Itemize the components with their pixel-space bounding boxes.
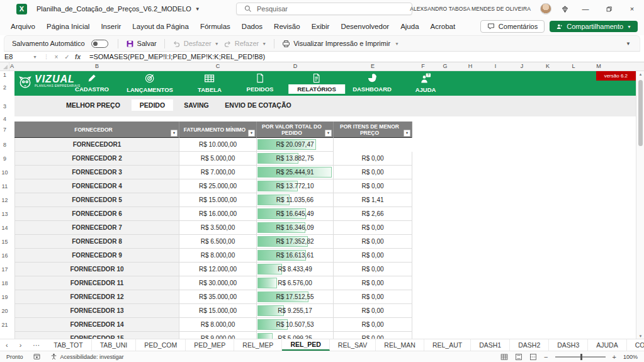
column-header-i[interactable]: I <box>495 63 497 69</box>
sheet-tab-rel-man[interactable]: REL_MAN <box>376 339 424 351</box>
cell-pedido[interactable]: R$ 16.613,61 <box>257 249 334 263</box>
cell-pedido[interactable]: R$ 11.035,66 <box>257 193 334 207</box>
menu-tab-arquivo[interactable]: Arquivo <box>5 23 41 30</box>
select-all-corner[interactable] <box>0 62 9 71</box>
cancel-formula-icon[interactable]: × <box>51 54 62 60</box>
sheet-tab-tab-uni[interactable]: TAB_UNI <box>92 339 137 351</box>
title-dropdown-icon[interactable]: ▼ <box>195 6 200 12</box>
share-button[interactable]: Compartilhamento ▼ <box>550 21 638 32</box>
column-header-j[interactable]: J <box>521 63 524 69</box>
accessibility-status[interactable]: Acessibilidade: investigar <box>50 353 124 360</box>
sheet-tab-rel-sav[interactable]: REL_SAV <box>330 339 376 351</box>
cell-pedido[interactable]: R$ 13.882,75 <box>257 152 334 166</box>
menu-tab-layout-da-pagina[interactable]: Layout da Página <box>127 23 195 30</box>
menu-tab-acrobat[interactable]: Acrobat <box>425 23 461 30</box>
zoom-in-button[interactable]: + <box>613 353 616 361</box>
comments-button[interactable]: Comentários <box>480 20 545 33</box>
row-header-2[interactable]: 2 <box>0 79 9 96</box>
cell-pedido[interactable]: R$ 6.576,00 <box>257 276 334 290</box>
row-header-1[interactable]: 1 <box>0 71 9 79</box>
cell-minimo[interactable]: R$ 35.000,00 <box>179 290 257 304</box>
cell-pedido[interactable]: R$ 25.444,91 <box>257 166 334 179</box>
cell-fornecedor[interactable]: FORNECEDOR 4 <box>14 179 179 193</box>
excel-app-icon[interactable]: X <box>16 4 27 14</box>
menu-tab-exibir[interactable]: Exibir <box>306 23 336 30</box>
insert-function-icon[interactable]: fx <box>72 54 83 60</box>
zoom-level[interactable]: 100% <box>623 354 638 360</box>
filter-dropdown-icon[interactable]: ▾ <box>325 130 332 137</box>
cell-minimo[interactable]: R$ 16.000,00 <box>179 207 257 221</box>
cell-fornecedor[interactable]: FORNECEDOR 7 <box>14 221 179 235</box>
cell-pedido[interactable]: R$ 17.512,55 <box>257 290 334 304</box>
menu-tab-revisao[interactable]: Revisão <box>268 23 306 30</box>
filter-dropdown-icon[interactable]: ▾ <box>171 130 178 137</box>
cell-pedido[interactable]: R$ 10.507,53 <box>257 318 334 332</box>
sheet-tab-rel-aut[interactable]: REL_AUT <box>424 339 471 351</box>
sheet-tab-rel-ped[interactable]: REL_PED <box>282 339 329 351</box>
page-layout-view-icon[interactable] <box>515 353 523 361</box>
row-header-21[interactable]: 21 <box>0 318 9 332</box>
cell-minimo[interactable]: R$ 25.000,00 <box>179 179 257 193</box>
nav-item-pedidos[interactable]: PEDIDOS <box>242 73 279 94</box>
cell-minimo[interactable]: R$ 5.000,00 <box>179 152 257 166</box>
page-break-view-icon[interactable] <box>529 353 537 361</box>
scroll-down-icon[interactable]: ▼ <box>636 334 644 338</box>
column-header-a[interactable]: A <box>10 63 14 69</box>
zoom-slider-thumb[interactable] <box>580 354 582 360</box>
row-header-15[interactable]: 15 <box>0 235 9 249</box>
document-title[interactable]: Planilha_de_Cotação_de_Preços_V6.2_MODEL… <box>37 5 191 13</box>
row-header-14[interactable]: 14 <box>0 221 9 235</box>
filter-dropdown-icon[interactable]: ▾ <box>248 130 255 137</box>
cell-fornecedor[interactable]: FORNECEDOR 2 <box>14 152 179 166</box>
print-preview-button[interactable]: Visualizar Impressão e Imprimir <box>282 40 390 48</box>
row-header-13[interactable]: 13 <box>0 207 9 221</box>
name-box[interactable]: E8 ▼ <box>0 53 42 60</box>
cell-fornecedor[interactable]: FORNECEDOR 6 <box>14 207 179 221</box>
normal-view-icon[interactable] <box>500 353 508 361</box>
row-header-20[interactable]: 20 <box>0 304 9 318</box>
cell-minimo[interactable]: R$ 30.000,00 <box>179 276 257 290</box>
minimize-button[interactable]: — <box>579 5 592 13</box>
column-header-g[interactable]: G <box>443 63 447 69</box>
enter-formula-icon[interactable]: ✓ <box>62 54 72 60</box>
sheet-tab-config[interactable]: CONFIG <box>627 339 644 351</box>
row-header-18[interactable]: 18 <box>0 276 9 290</box>
cell-pedido[interactable]: R$ 17.352,82 <box>257 235 334 249</box>
cell-minimo[interactable]: R$ 8.000,00 <box>179 318 257 332</box>
column-header-c[interactable]: C <box>216 63 220 69</box>
vertical-scroll-thumb[interactable] <box>638 80 643 146</box>
sheet-tab-ajuda[interactable]: AJUDA <box>588 339 626 351</box>
cell-minimo[interactable]: R$ 15.000,00 <box>179 193 257 207</box>
user-avatar[interactable] <box>540 3 551 14</box>
nav-item-tabela[interactable]: TABELA <box>193 73 227 94</box>
row-header-9[interactable]: 9 <box>0 152 9 166</box>
menu-tab-dados[interactable]: Dados <box>236 23 268 30</box>
cell-fornecedor[interactable]: FORNECEDOR 11 <box>14 276 179 290</box>
all-sheets-icon[interactable]: ⋯ <box>27 339 45 351</box>
menu-tab-pagina-inicial[interactable]: Página Inicial <box>41 23 95 30</box>
cell-minimo[interactable]: R$ 9.000,00 <box>179 332 257 339</box>
sheet-tab-ped-mep[interactable]: PED_MEP <box>186 339 234 351</box>
cell-minimo[interactable]: R$ 15.000,00 <box>179 304 257 318</box>
cell-minimo[interactable]: R$ 10.000,00 <box>179 138 257 152</box>
row-header-12[interactable]: 12 <box>0 193 9 207</box>
row-header-17[interactable]: 17 <box>0 263 9 276</box>
cell-fornecedor[interactable]: FORNECEDOR 15 <box>14 332 179 339</box>
zoom-out-button[interactable]: − <box>544 353 548 361</box>
sheet-tab-dash2[interactable]: DASH2 <box>510 339 549 351</box>
column-header-k[interactable]: K <box>546 63 550 69</box>
redo-button[interactable]: Refazer ▼ <box>223 40 266 48</box>
cell-minimo[interactable]: R$ 6.500,00 <box>179 235 257 249</box>
autosave-toggle[interactable] <box>91 40 108 48</box>
row-header-8[interactable]: 8 <box>0 138 9 152</box>
formula-text[interactable]: =SOMASES(PED_MEP!I:I;PED_MEP!K:K;REL_PED… <box>89 53 265 60</box>
cell-pedido[interactable]: R$ 9.255,17 <box>257 304 334 318</box>
row-header-19[interactable]: 19 <box>0 290 9 304</box>
menu-tab-inserir[interactable]: Inserir <box>95 23 127 30</box>
premium-diamond-icon[interactable] <box>561 5 569 13</box>
cell-pedido[interactable]: R$ 16.645,49 <box>257 207 334 221</box>
cell-pedido[interactable]: R$ 13.772,10 <box>257 179 334 193</box>
subtab-saving[interactable]: SAVING <box>184 101 208 109</box>
nav-item-relatorios[interactable]: RELATÓRIOS <box>288 73 345 94</box>
nav-item-lancamentos[interactable]: LANÇAMENTOS <box>121 73 178 94</box>
